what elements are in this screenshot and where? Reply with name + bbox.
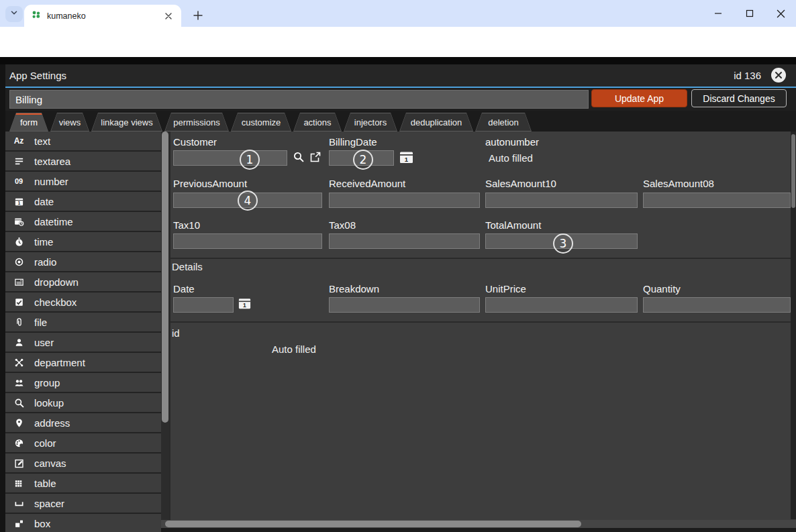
sidebar-item-dropdown[interactable]: dropdown: [5, 272, 161, 291]
sidebar-item-date[interactable]: 1date: [5, 192, 161, 211]
sidebar-item-department[interactable]: department: [5, 353, 161, 372]
field-label-billingdate: BillingDate: [329, 136, 377, 148]
time-icon: [12, 237, 26, 247]
sidebar-item-canvas[interactable]: canvas: [5, 454, 161, 472]
content-vertical-scrollbar[interactable]: [791, 131, 796, 519]
svg-text:1: 1: [17, 200, 20, 205]
sidebar-item-color[interactable]: color: [5, 433, 161, 452]
annotation-circle-2: 2: [353, 150, 373, 170]
salesamount10-input[interactable]: [485, 193, 638, 208]
calendar-icon-small[interactable]: 1: [238, 297, 251, 313]
field-label-tax10: Tax10: [173, 219, 200, 231]
tab-close-button[interactable]: [162, 10, 175, 22]
annotation-circle-1: 1: [240, 150, 260, 170]
sidebar-scrollbar[interactable]: [161, 131, 169, 532]
field-label-previousamount: PreviousAmount: [173, 178, 247, 189]
browser-toolbar: pandafirm.jp/kumaneko/ S: [0, 27, 796, 57]
window-minimize-button[interactable]: [708, 4, 728, 23]
tab-form[interactable]: form: [9, 113, 48, 131]
unitprice-input[interactable]: [485, 297, 638, 313]
number-icon: 09: [12, 177, 26, 185]
sidebar-item-user[interactable]: user: [5, 333, 161, 352]
spacer-icon: [12, 498, 26, 509]
tab-injectors[interactable]: injectors: [344, 113, 397, 131]
field-label-quantity: Quantity: [643, 283, 681, 295]
app-name-input[interactable]: [9, 90, 589, 109]
lookup-search-icon[interactable]: [293, 151, 305, 166]
tab-customize[interactable]: customize: [231, 113, 291, 131]
field-label-salesamount10: SalesAmount10: [485, 178, 556, 189]
browser-tab[interactable]: kumaneko: [24, 5, 181, 27]
sidebar-item-radio[interactable]: radio: [5, 252, 161, 271]
calendar-icon[interactable]: 1: [399, 150, 413, 167]
file-icon: [12, 317, 26, 327]
tab-views[interactable]: views: [50, 113, 89, 131]
window-maximize-button[interactable]: [740, 4, 760, 23]
tab-deletion[interactable]: deletion: [475, 113, 532, 131]
content-horizontal-scrollbar-thumb[interactable]: [165, 521, 581, 527]
details-section-title: Details: [172, 261, 203, 272]
form-canvas: Customer BillingDate 1 autonumber Auto f…: [170, 131, 791, 520]
discard-changes-button[interactable]: Discard Changes: [691, 89, 787, 107]
tab-linkage-views[interactable]: linkage views: [91, 113, 162, 131]
update-app-button[interactable]: Update App: [591, 89, 687, 107]
sidebar-item-spacer[interactable]: spacer: [5, 494, 161, 513]
sidebar-item-number[interactable]: 09number: [5, 172, 161, 191]
left-edge: [0, 64, 5, 532]
field-label-date: Date: [173, 283, 195, 295]
dropdown-icon: [12, 277, 26, 287]
sidebar-item-box[interactable]: box: [5, 514, 161, 532]
external-link-icon[interactable]: [309, 151, 321, 166]
app-name-row: Update App Discard Changes: [0, 88, 796, 111]
screen: kumaneko pandafirm.jp/kumaneko/ S App Se…: [0, 0, 796, 532]
modal-close-button[interactable]: [770, 67, 787, 83]
receivedamount-input[interactable]: [329, 193, 480, 208]
user-icon: [12, 337, 26, 348]
modal-title: App Settings: [9, 64, 66, 87]
chevron-down-icon: [9, 8, 19, 20]
sidebar-item-textarea[interactable]: textarea: [5, 152, 161, 170]
field-label-customer: Customer: [173, 136, 217, 148]
section-divider: [170, 258, 791, 259]
sidebar-item-table[interactable]: table: [5, 474, 161, 492]
content-horizontal-scrollbar[interactable]: [161, 520, 796, 528]
tab-permissions[interactable]: permissions: [164, 113, 229, 131]
tab-search-button[interactable]: [5, 6, 23, 22]
tab-actions[interactable]: actions: [293, 113, 342, 131]
id-section-title: id: [172, 327, 180, 339]
date-input[interactable]: [173, 297, 234, 313]
settings-tab-bar: form views linkage views permissions cus…: [0, 111, 796, 131]
textarea-icon: [12, 156, 26, 166]
sidebar-item-group[interactable]: group: [5, 373, 161, 392]
field-label-receivedamount: ReceivedAmount: [329, 178, 405, 189]
sidebar-item-file[interactable]: file: [5, 313, 161, 331]
quantity-input[interactable]: [643, 297, 791, 313]
sidebar-item-datetime[interactable]: datetime: [5, 212, 161, 231]
field-label-tax08: Tax08: [329, 219, 356, 231]
sidebar-item-text[interactable]: Aztext: [5, 131, 161, 150]
breakdown-input[interactable]: [329, 297, 480, 313]
tax10-input[interactable]: [173, 233, 322, 249]
content-vertical-scrollbar-thumb[interactable]: [791, 134, 795, 208]
new-tab-button[interactable]: [189, 7, 207, 24]
sidebar-scrollbar-thumb[interactable]: [162, 131, 168, 423]
tab-deduplication[interactable]: deduplication: [399, 113, 473, 131]
field-label-salesamount08: SalesAmount08: [643, 178, 714, 189]
customer-input[interactable]: [173, 150, 287, 166]
sidebar-item-address[interactable]: address: [5, 413, 161, 432]
window-close-button[interactable]: [770, 4, 791, 23]
color-icon: [12, 438, 26, 448]
bottom-edge: [161, 528, 796, 532]
sidebar-item-time[interactable]: time: [5, 232, 161, 251]
svg-text:1: 1: [405, 156, 409, 163]
salesamount08-input[interactable]: [643, 193, 791, 208]
field-palette-sidebar: Aztext textarea 09number 1date datetime …: [5, 131, 161, 532]
sidebar-item-checkbox[interactable]: checkbox: [5, 292, 161, 311]
autonumber-value: Auto filled: [489, 152, 533, 164]
annotation-circle-4: 4: [238, 191, 258, 211]
tax08-input[interactable]: [329, 233, 480, 249]
checkbox-icon: [12, 297, 26, 307]
svg-text:1: 1: [243, 302, 246, 309]
table-icon: [12, 478, 26, 488]
sidebar-item-lookup[interactable]: lookup: [5, 393, 161, 412]
